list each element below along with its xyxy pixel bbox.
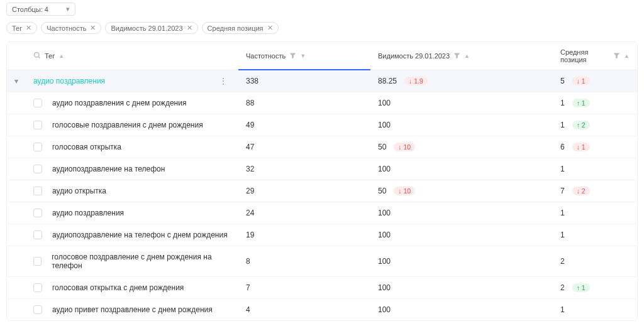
svg-point-0 <box>35 53 40 58</box>
delta-badge: ↓ 10 <box>394 143 415 151</box>
close-icon[interactable]: ✕ <box>26 24 31 32</box>
cell-pos: 5↓ 1 <box>553 70 637 92</box>
row-checkbox[interactable] <box>33 143 42 151</box>
delta-badge: ↓ 10 <box>394 187 415 195</box>
cell-pos: 1 <box>553 202 637 224</box>
tag-label: аудиопоздравление на телефон с днем рожд… <box>52 231 228 239</box>
columns-select[interactable]: Столбцы: 4 ▾ <box>6 3 75 16</box>
cell-vis: 50↓ 10 <box>370 136 553 158</box>
cell-freq: 24 <box>238 202 370 224</box>
cell-freq: 49 <box>238 114 370 136</box>
close-icon[interactable]: ✕ <box>187 24 192 32</box>
table-row: голосовое поздравление с днем рождения н… <box>7 246 637 277</box>
th-pos-label: Средняя позиция <box>560 48 609 63</box>
th-tag-label: Тег <box>45 52 55 60</box>
collapse-icon[interactable]: ▾ <box>14 77 18 85</box>
tag-label: голосовые поздравления с днем рождения <box>52 121 203 129</box>
tag-label: голосовое поздравление с днем рождения н… <box>52 253 231 270</box>
tag-label: аудио поздравления <box>33 77 105 85</box>
cell-pos: 6↓ 1 <box>553 136 637 158</box>
table-row: аудио поздравления с днем рождения881001… <box>7 92 637 114</box>
cell-pos: 1↑ 1 <box>553 92 637 114</box>
cell-freq: 32 <box>238 158 370 180</box>
cell-vis: 100 <box>370 224 553 246</box>
cell-pos: 1 <box>553 224 637 246</box>
cell-vis: 100 <box>370 114 553 136</box>
delta-badge: ↓ 1.9 <box>404 77 428 85</box>
table-row: голосовая открытка с днем рождения71002↑… <box>7 277 637 299</box>
chip-label: Видимость 29.01.2023 <box>111 24 182 32</box>
cell-vis: 50↓ 10 <box>370 180 553 202</box>
cell-freq: 7 <box>238 277 370 298</box>
row-checkbox[interactable] <box>33 231 42 239</box>
tag-label: голосовая открытка <box>52 143 121 151</box>
row-checkbox[interactable] <box>33 99 42 107</box>
cell-vis: 88.25↓ 1.9 <box>370 70 553 92</box>
sort-asc-icon: ▲ <box>624 53 630 59</box>
th-freq-label: Частотность <box>246 52 286 60</box>
th-vis[interactable]: Видимость 29.01.2023 ▲ <box>370 42 553 70</box>
tag-label: аудио привет поздравление с днем рождени… <box>52 305 213 314</box>
keywords-table: Тег ▲ Частотность ▼ Видимость 29.01.2023… <box>6 41 638 321</box>
th-vis-label: Видимость 29.01.2023 <box>378 52 450 60</box>
columns-value: 4 <box>45 6 48 13</box>
th-pos[interactable]: Средняя позиция ▲ <box>553 42 637 70</box>
filter-chip[interactable]: Тег✕ <box>6 22 37 34</box>
row-checkbox[interactable] <box>33 305 42 314</box>
filter-chip[interactable]: Средняя позиция✕ <box>202 22 279 34</box>
row-checkbox[interactable] <box>33 257 42 266</box>
row-checkbox[interactable] <box>33 187 42 195</box>
tag-label: голосовая открытка с днем рождения <box>52 283 184 292</box>
delta-badge: ↓ 1 <box>572 143 590 151</box>
chevron-down-icon: ▾ <box>66 5 70 13</box>
cell-freq: 4 <box>238 299 370 320</box>
cell-pos: 1 <box>553 158 637 180</box>
cell-pos: 1 <box>553 299 637 320</box>
th-expand <box>7 42 26 70</box>
row-checkbox[interactable] <box>33 209 42 217</box>
table-row: аудио поздравления241001 <box>7 202 637 224</box>
row-checkbox[interactable] <box>33 283 42 292</box>
table-row-master[interactable]: ▾аудио поздравления⋮33888.25↓ 1.95↓ 1 <box>7 70 637 92</box>
cell-vis: 100 <box>370 277 553 298</box>
th-freq[interactable]: Частотность ▼ <box>238 42 370 70</box>
close-icon[interactable]: ✕ <box>90 24 96 32</box>
filter-chip[interactable]: Частотность✕ <box>41 22 101 34</box>
delta-badge: ↑ 1 <box>572 283 590 292</box>
delta-badge: ↑ 1 <box>572 99 590 107</box>
filter-icon <box>613 52 620 60</box>
filter-icon <box>289 52 296 60</box>
cell-freq: 88 <box>238 92 370 114</box>
tag-label: аудиопоздравление на телефон <box>52 165 165 173</box>
cell-freq: 8 <box>238 246 370 276</box>
sort-asc-icon: ▲ <box>464 53 470 59</box>
delta-badge: ↓ 1 <box>572 77 590 85</box>
table-header: Тег ▲ Частотность ▼ Видимость 29.01.2023… <box>7 42 637 70</box>
cell-vis: 100 <box>370 299 553 320</box>
cell-vis: 100 <box>370 158 553 180</box>
sort-asc-icon: ▲ <box>58 53 64 59</box>
more-icon[interactable]: ⋮ <box>216 77 231 85</box>
cell-pos: 1↑ 2 <box>553 114 637 136</box>
tag-label: аудио поздравления <box>52 209 124 217</box>
filter-chip[interactable]: Видимость 29.01.2023✕ <box>105 22 197 34</box>
th-tag[interactable]: Тег ▲ <box>26 42 238 70</box>
cell-pos: 2↑ 1 <box>553 277 637 298</box>
chip-label: Средняя позиция <box>208 24 264 32</box>
cell-pos: 2 <box>553 246 637 276</box>
close-icon[interactable]: ✕ <box>267 24 273 32</box>
table-row: аудиопоздравление на телефон321001 <box>7 158 637 180</box>
row-checkbox[interactable] <box>33 121 42 129</box>
tag-label: аудио поздравления с днем рождения <box>52 99 186 107</box>
delta-badge: ↓ 2 <box>572 187 590 195</box>
table-row: голосовые поздравления с днем рождения49… <box>7 114 637 136</box>
active-filter-chips: Тег✕Частотность✕Видимость 29.01.2023✕Сре… <box>6 22 638 41</box>
pagination: 12345...12 На странице: 10 <box>6 321 638 326</box>
row-checkbox[interactable] <box>33 165 42 173</box>
tag-label: аудио открытка <box>52 187 106 195</box>
cell-freq: 47 <box>238 136 370 158</box>
cell-vis: 100 <box>370 92 553 114</box>
chip-label: Тег <box>12 24 22 32</box>
search-icon <box>33 52 41 60</box>
chip-label: Частотность <box>47 24 86 32</box>
